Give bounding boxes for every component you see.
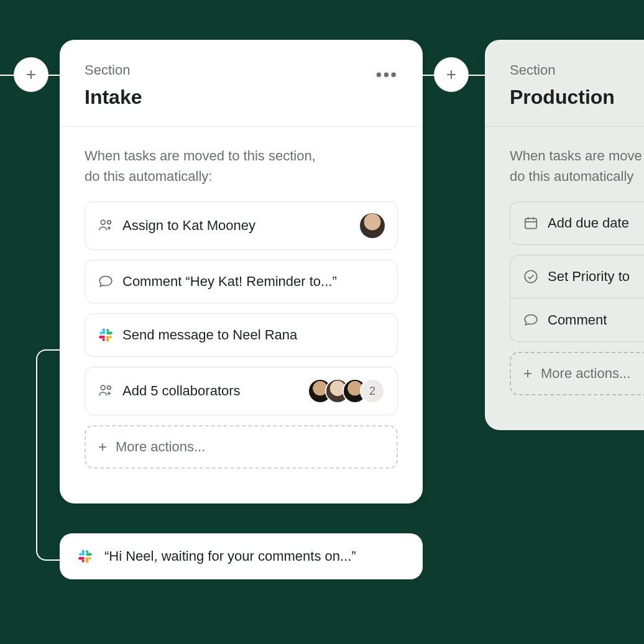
plus-icon: + xyxy=(446,65,456,85)
section-title: Intake xyxy=(85,86,142,109)
connector-line xyxy=(36,349,61,363)
message-text: “Hi Neel, waiting for your comments on..… xyxy=(104,548,356,564)
comment-icon xyxy=(98,274,114,290)
automation-description: When tasks are moved to this section, do… xyxy=(85,145,398,186)
action-comment[interactable]: Comment “Hey Kat! Reminder to...” xyxy=(85,260,398,303)
action-label: Add due date xyxy=(548,215,644,231)
action-slack-message[interactable]: Send message to Neel Rana xyxy=(85,313,398,357)
card-header: Section Production xyxy=(485,40,644,127)
action-more[interactable]: + More actions... xyxy=(85,425,398,469)
slack-icon xyxy=(77,548,93,564)
svg-point-5 xyxy=(103,338,105,341)
section-title: Production xyxy=(510,86,615,109)
plus-icon: + xyxy=(26,65,36,85)
action-set-priority[interactable]: Set Priority to xyxy=(510,255,644,298)
action-due-date[interactable]: Add due date xyxy=(510,201,644,245)
action-label: Set Priority to xyxy=(548,269,644,285)
avatar xyxy=(360,213,385,238)
svg-point-11 xyxy=(86,550,88,553)
check-circle-icon xyxy=(523,269,539,285)
action-add-collaborators[interactable]: Add 5 collaborators 2 xyxy=(85,367,398,415)
action-assign[interactable]: Assign to Kat Mooney xyxy=(85,201,398,250)
add-section-button-right[interactable]: + xyxy=(434,57,469,92)
svg-point-0 xyxy=(101,220,105,224)
action-label: More actions... xyxy=(116,439,384,455)
slack-message-preview: “Hi Neel, waiting for your comments on..… xyxy=(60,533,423,579)
plus-icon: + xyxy=(98,438,107,456)
svg-rect-8 xyxy=(525,218,536,228)
svg-point-12 xyxy=(88,557,91,559)
svg-point-3 xyxy=(106,329,109,331)
slack-icon xyxy=(98,327,114,343)
svg-point-10 xyxy=(79,553,81,556)
svg-point-13 xyxy=(82,559,85,562)
plus-icon: + xyxy=(523,365,532,382)
action-comment[interactable]: Comment xyxy=(510,298,644,342)
avatar-group: 2 xyxy=(308,379,385,403)
card-body: When tasks are moved to this section, do… xyxy=(60,127,423,504)
svg-point-9 xyxy=(525,270,537,283)
svg-point-6 xyxy=(101,385,105,390)
svg-point-7 xyxy=(108,386,111,390)
svg-point-1 xyxy=(108,221,111,224)
card-header: Section Intake ••• xyxy=(60,40,423,127)
section-label: Section xyxy=(510,62,615,78)
add-section-button-left[interactable]: + xyxy=(14,57,48,92)
avatar-overflow-count: 2 xyxy=(360,379,385,403)
action-label: Add 5 collaborators xyxy=(122,383,299,399)
svg-point-2 xyxy=(99,332,102,334)
action-label: Comment xyxy=(548,312,644,328)
section-card-production: Section Production When tasks are move d… xyxy=(485,40,644,430)
people-icon xyxy=(98,218,114,234)
svg-point-4 xyxy=(109,336,111,338)
calendar-icon xyxy=(523,215,539,231)
action-label: Send message to Neel Rana xyxy=(122,327,385,343)
automation-description: When tasks are move do this automaticall… xyxy=(510,145,644,186)
comment-icon xyxy=(523,312,539,328)
connector-line xyxy=(36,362,61,561)
people-icon xyxy=(98,383,114,399)
section-card-intake: Section Intake ••• When tasks are moved … xyxy=(60,40,423,504)
action-more[interactable]: + More actions... xyxy=(510,352,644,395)
action-label: Assign to Kat Mooney xyxy=(122,218,351,234)
action-label: More actions... xyxy=(541,366,644,382)
more-icon[interactable]: ••• xyxy=(376,62,398,83)
section-label: Section xyxy=(85,62,142,78)
action-label: Comment “Hey Kat! Reminder to...” xyxy=(122,274,385,290)
card-body: When tasks are move do this automaticall… xyxy=(485,127,644,430)
